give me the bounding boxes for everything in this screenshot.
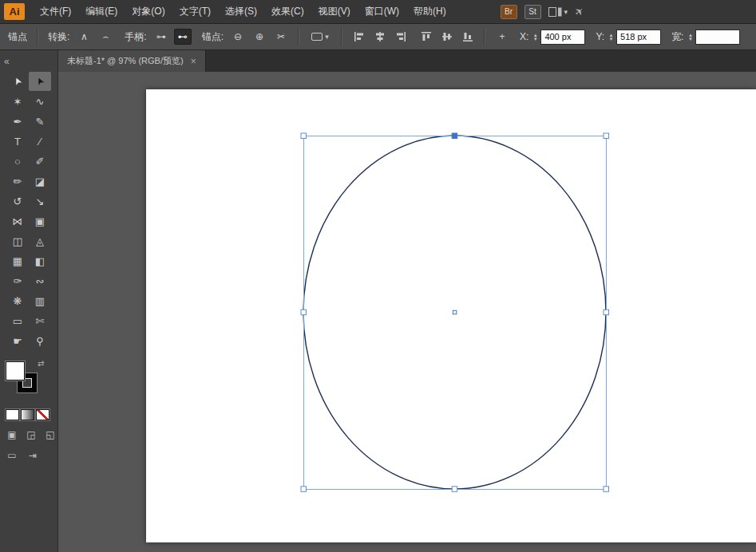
paintbrush-tool[interactable]: ✐ [29,152,51,171]
x-stepper[interactable]: ▴ ▾ [532,33,539,41]
menu-window[interactable]: 窗口(W) [358,0,406,24]
shape-builder-tool[interactable]: ◫ [6,231,29,250]
curvature-tool[interactable]: ✎ [29,112,51,131]
selection-handle-bottom-right[interactable] [604,487,609,492]
none-mode-button[interactable] [36,409,49,420]
draw-behind-button[interactable]: ◲ [24,428,38,441]
ellipse-tool[interactable]: ○ [6,152,29,171]
align-h-center-button[interactable] [371,29,388,45]
main-menu: 文件(F) 编辑(E) 对象(O) 文字(T) 选择(S) 效果(C) 视图(V… [33,0,453,24]
menu-file[interactable]: 文件(F) [33,0,78,24]
x-input[interactable] [540,30,585,45]
selection-handle-mid-left[interactable] [301,310,307,315]
selection-handle-top-left[interactable] [301,133,307,139]
menu-help[interactable]: 帮助(H) [406,0,453,24]
corner-options-button[interactable]: ▾ [307,29,333,45]
menu-type[interactable]: 文字(T) [172,0,218,24]
menu-bar: Ai 文件(F) 编辑(E) 对象(O) 文字(T) 选择(S) 效果(C) 视… [0,0,756,24]
screen-mode-button[interactable]: ▭ [5,449,19,462]
document-tab[interactable]: 未标题-1* @ 97% (RGB/预览) × [58,50,206,72]
selection-handle-top-center[interactable] [452,133,457,139]
selection-overlay[interactable] [146,89,756,542]
collapse-panel-icon[interactable]: « [4,56,10,67]
draw-inside-icon: ◱ [46,429,54,440]
tools-grid: ➤ ➤ ✶ ∿ ✒ ✎ T ∕ ○ ✐ ✏ ◪ ↺ ↘ ⋈ ▣ ◫ ◬ ▦ ◧ … [0,72,57,350]
selection-handle-top-right[interactable] [604,133,609,139]
stock-button[interactable]: St [524,5,541,19]
remove-anchor-button[interactable]: ⊖ [229,29,247,45]
width-stepper[interactable]: ▴ ▾ [687,33,694,41]
object-center-point[interactable] [453,310,457,314]
mesh-tool[interactable]: ▦ [6,251,29,270]
menu-select[interactable]: 选择(S) [218,0,264,24]
selection-handle-mid-right[interactable] [604,310,609,315]
expand-dock-button[interactable]: ⇥ [26,449,40,462]
draw-inside-button[interactable]: ◱ [43,428,57,441]
color-mode-button[interactable] [6,409,19,420]
remove-anchor-icon: ⊖ [234,31,242,42]
eyedropper-tool[interactable]: ✑ [6,271,29,290]
eraser-tool[interactable]: ◪ [29,172,51,191]
y-input[interactable] [616,30,661,45]
align-v-center-icon [442,32,452,41]
free-transform-tool[interactable]: ▣ [29,211,51,231]
menu-object[interactable]: 对象(O) [125,0,172,24]
draw-normal-icon: ▣ [7,429,16,440]
selection-handle-bottom-center[interactable] [452,487,457,492]
fill-stroke-swatches: ⇄ [6,361,47,400]
y-label: Y: [596,31,604,42]
selection-tool[interactable]: ➤ [29,72,51,91]
gradient-tool[interactable]: ◧ [29,251,51,270]
pen-tool[interactable]: ✒ [6,112,29,131]
cut-path-button[interactable]: ✂ [272,29,290,45]
curvature-tool-icon: ✎ [36,116,45,128]
magic-wand-tool[interactable]: ✶ [6,92,29,111]
app-logo: Ai [4,3,25,20]
width-tool[interactable]: ⋈ [6,211,29,231]
menu-effect[interactable]: 效果(C) [264,0,311,24]
reference-point-button[interactable]: + [493,29,511,45]
zoom-tool[interactable]: ⚲ [29,331,51,350]
gradient-mode-button[interactable] [21,409,34,420]
column-graph-tool[interactable]: ▥ [29,291,51,310]
align-top-button[interactable] [418,29,434,45]
align-bottom-button[interactable] [459,29,476,45]
type-tool[interactable]: T [6,132,29,151]
fill-swatch[interactable] [6,361,25,380]
menu-edit[interactable]: 编辑(E) [78,0,125,24]
convert-to-corner-button[interactable]: ∧ [75,29,93,45]
perspective-grid-tool[interactable]: ◬ [29,231,51,250]
slice-tool[interactable]: ✄ [29,311,51,330]
direct-selection-tool[interactable]: ➤ [6,72,29,91]
symbol-sprayer-tool[interactable]: ❋ [6,291,29,310]
align-left-button[interactable] [350,29,367,45]
gradient-tool-icon: ◧ [35,255,45,267]
artboard[interactable] [146,89,756,542]
line-segment-tool[interactable]: ∕ [29,132,51,151]
scale-tool[interactable]: ↘ [29,191,51,211]
bridge-button[interactable]: Br [501,5,517,19]
add-anchor-button[interactable]: ⊕ [251,29,268,45]
rotate-tool[interactable]: ↺ [6,191,29,211]
blend-tool[interactable]: ∾ [29,271,51,290]
align-right-button[interactable] [392,29,409,45]
align-v-center-button[interactable] [438,29,455,45]
y-stepper[interactable]: ▴ ▾ [608,33,615,41]
color-mode-row [6,409,57,420]
convert-to-smooth-button[interactable]: ⌢ [97,29,114,45]
hide-handles-icon: ⊷ [178,31,188,42]
selection-handle-bottom-left[interactable] [301,487,307,492]
gpu-performance-icon[interactable]: ✈ [572,4,587,19]
lasso-tool[interactable]: ∿ [29,92,51,111]
hide-handles-button[interactable]: ⊷ [174,29,192,45]
workspace-switcher[interactable]: ▾ [548,7,568,17]
hand-tool[interactable]: ☛ [6,331,29,350]
swap-fill-stroke-icon[interactable]: ⇄ [38,359,44,368]
draw-normal-button[interactable]: ▣ [5,428,19,441]
menu-view[interactable]: 视图(V) [311,0,358,24]
artboard-tool[interactable]: ▭ [6,311,29,330]
width-input[interactable] [695,30,740,45]
close-icon[interactable]: × [191,56,196,67]
pencil-tool[interactable]: ✏ [6,172,29,191]
show-handles-button[interactable]: ⊶ [152,29,170,45]
